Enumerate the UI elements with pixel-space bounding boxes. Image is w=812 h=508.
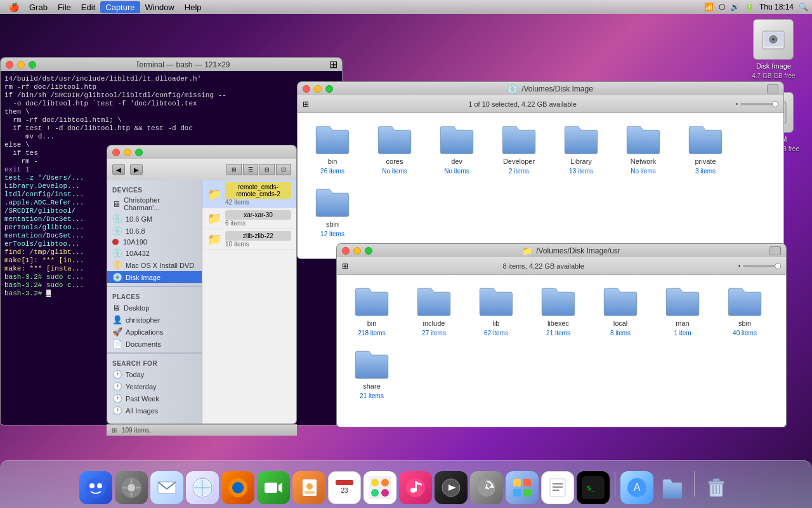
folder-usr-share[interactable]: share 21 items xyxy=(343,344,400,402)
wifi-icon[interactable]: 📶 xyxy=(704,3,714,11)
sidebar-all-images[interactable]: 🕐 All Images xyxy=(107,404,202,417)
folder-usr-man[interactable]: man 1 item xyxy=(654,281,711,339)
finder-list-view-btn[interactable]: ☰ xyxy=(243,164,258,175)
finder-list-item-3[interactable]: 📁 zlib-zlib-22 10 items xyxy=(202,229,296,250)
usr-slider-track[interactable] xyxy=(743,265,781,267)
finder-back-btn[interactable]: ◀ xyxy=(112,164,125,175)
folder-usr-include[interactable]: include 27 items xyxy=(405,281,462,339)
folder-usr-libexec[interactable]: libexec 21 items xyxy=(530,281,587,339)
sidebar-christopher[interactable]: 👤 christopher xyxy=(107,314,202,326)
battery-icon[interactable]: 🔋 xyxy=(745,3,754,11)
finder-coverflow-btn[interactable]: ⊡ xyxy=(276,164,291,175)
dock-finder[interactable] xyxy=(79,471,112,504)
finder-column-view-btn[interactable]: ⊟ xyxy=(259,164,275,175)
slider-thumb xyxy=(772,101,778,107)
folder-usr-lib[interactable]: lib 62 items xyxy=(468,281,525,339)
usr-slider-thumb xyxy=(775,263,781,269)
finder-usr-titlebar: 📁 /Volumes/Disk Image/usr xyxy=(336,243,787,257)
apple-menu[interactable]: 🍎 xyxy=(4,1,24,13)
folder-cores[interactable]: cores No items xyxy=(366,119,423,177)
menubar-grab[interactable]: Grab xyxy=(24,1,53,13)
terminal-zoom-btn[interactable] xyxy=(29,61,36,69)
finder-small-body: DEVICES 🖥 Christopher Charman'... 💿 10.6… xyxy=(107,180,297,424)
finder-disk-close[interactable] xyxy=(303,85,310,93)
search-icon[interactable]: 🔍 xyxy=(799,3,808,11)
folder-usr-sbin[interactable]: sbin 40 items xyxy=(716,281,773,339)
finder-disk-resize-btn[interactable] xyxy=(767,84,778,93)
sidebar-documents[interactable]: 📄 Documents xyxy=(107,338,202,350)
item-count-2: 6 items xyxy=(225,220,291,227)
finder-small-minimize[interactable] xyxy=(124,149,131,156)
svg-rect-30 xyxy=(369,476,391,499)
folder-usr-local-name: local xyxy=(613,319,628,327)
dock-time-machine[interactable] xyxy=(470,471,503,504)
sidebar-10a190[interactable]: 10A190 xyxy=(107,237,202,247)
finder-usr-close[interactable] xyxy=(342,247,350,255)
terminal-minimize-btn[interactable] xyxy=(17,61,25,69)
dock-itunes[interactable] xyxy=(399,471,432,504)
folder-usr-bin-count: 218 items xyxy=(358,330,385,337)
finder-list-item-2[interactable]: 📁 xar-xar-30 6 items xyxy=(202,208,296,229)
folder-library[interactable]: Library 13 items xyxy=(553,119,610,177)
terminal-resize-icon: ⊞ xyxy=(329,58,337,70)
finder-usr-zoom[interactable] xyxy=(365,247,372,255)
sidebar-past-week[interactable]: 🕐 Past Week xyxy=(107,392,202,404)
sidebar-divider-1 xyxy=(107,286,202,287)
finder-list-item-1[interactable]: 📁 remote_cmds-remote_cmds-2 42 items xyxy=(202,180,296,208)
finder-disk-minimize[interactable] xyxy=(314,85,322,93)
folder-bin[interactable]: bin 26 items xyxy=(304,119,361,177)
menubar-window[interactable]: Window xyxy=(140,1,180,13)
dock-ical[interactable]: 23 xyxy=(328,471,361,504)
dock-firefox[interactable] xyxy=(221,471,254,504)
folder-dev[interactable]: dev No items xyxy=(428,119,485,177)
sidebar-today[interactable]: 🕐 Today xyxy=(107,368,202,380)
dock-mail[interactable] xyxy=(150,471,183,504)
finder-icon-view-btn[interactable]: ⊞ xyxy=(226,164,242,175)
folder-network[interactable]: Network No items xyxy=(615,119,672,177)
folder-usr-bin[interactable]: bin 218 items xyxy=(343,281,400,339)
dock-app-store[interactable]: A xyxy=(620,471,653,504)
icon-size-slider[interactable]: ▪ xyxy=(736,101,778,107)
folder-usr-local[interactable]: local 8 items xyxy=(592,281,649,339)
folder-private[interactable]: private 3 items xyxy=(677,119,734,177)
slider-track[interactable] xyxy=(740,103,778,105)
dock-terminal[interactable]: $_ xyxy=(577,471,610,504)
volume-icon[interactable]: 🔊 xyxy=(730,3,740,11)
finder-small-close[interactable] xyxy=(112,149,120,156)
sidebar-computer[interactable]: 🖥 Christopher Charman'... xyxy=(107,195,202,213)
sidebar-install-dvd[interactable]: 📀 Mac OS X Install DVD xyxy=(107,259,202,271)
menubar-capture[interactable]: Capture xyxy=(100,1,140,13)
sidebar-desktop[interactable]: 🖥 Desktop xyxy=(107,302,202,314)
menubar-edit[interactable]: Edit xyxy=(76,1,100,13)
dock-safari[interactable] xyxy=(186,471,219,504)
dock-trash[interactable] xyxy=(700,471,733,504)
bluetooth-icon[interactable]: ⬡ xyxy=(719,3,725,11)
sidebar-disk-image[interactable]: 💿 Disk Image xyxy=(107,271,202,283)
sidebar-1068[interactable]: 💿 10.6.8 xyxy=(107,225,202,237)
finder-usr-resize-btn[interactable] xyxy=(769,246,781,255)
sidebar-106gm[interactable]: 💿 10.6 GM xyxy=(107,213,202,225)
dock-system-prefs[interactable] xyxy=(115,471,148,504)
dock-photos[interactable] xyxy=(363,471,396,504)
finder-forward-btn[interactable]: ▶ xyxy=(130,164,143,175)
sidebar-10a432[interactable]: 💿 10A432 xyxy=(107,247,202,259)
terminal-close-btn[interactable] xyxy=(6,61,13,69)
dock-dvd-player[interactable] xyxy=(435,471,468,504)
finder-small-zoom[interactable] xyxy=(135,149,143,156)
sidebar-applications[interactable]: 🚀 Applications xyxy=(107,326,202,338)
disk-image-icon[interactable]: Disk Image 4.7 GB GB free xyxy=(752,19,795,79)
menubar-file[interactable]: File xyxy=(53,1,76,13)
svg-rect-52 xyxy=(550,479,565,497)
finder-usr-minimize[interactable] xyxy=(353,247,361,255)
folder-developer[interactable]: Developer 2 items xyxy=(490,119,547,177)
dock-documents-folder[interactable] xyxy=(656,471,689,504)
finder-disk-zoom[interactable] xyxy=(325,85,333,93)
dock-facetime[interactable] xyxy=(257,471,290,504)
dock-textedit[interactable] xyxy=(541,471,574,504)
dock-address-book[interactable] xyxy=(292,471,325,504)
folder-sbin-disk[interactable]: sbin 12 items xyxy=(304,182,361,240)
sidebar-yesterday[interactable]: 🕐 Yesterday xyxy=(107,380,202,392)
usr-icon-size-slider[interactable]: ▪ xyxy=(738,263,781,269)
dock-sysprefs[interactable] xyxy=(506,471,539,504)
menubar-help[interactable]: Help xyxy=(180,1,207,13)
